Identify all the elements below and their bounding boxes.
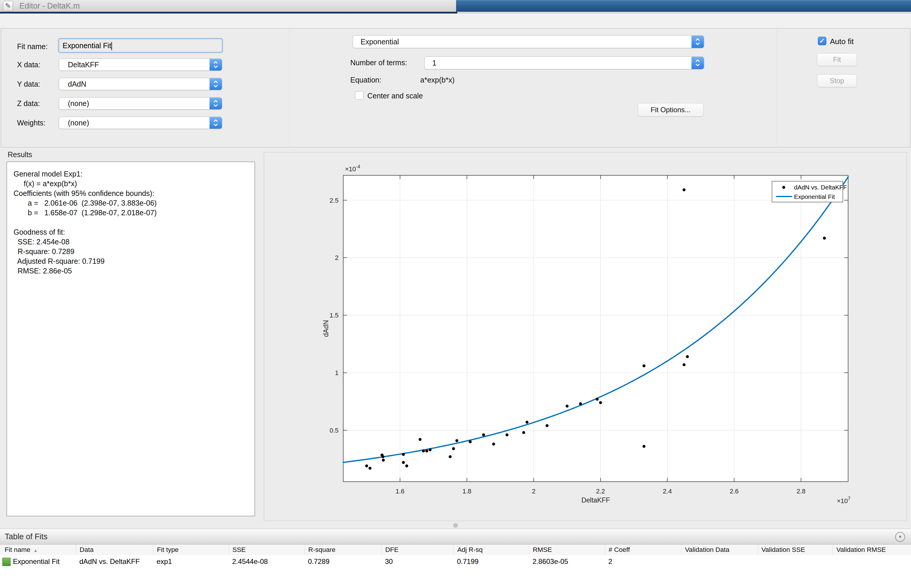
column-header-validation-sse[interactable]: Validation SSE (757, 544, 833, 555)
auto-fit-label: Auto fit (830, 37, 854, 46)
fit-plot: 1.61.822.22.42.62.80.511.522.5×10-4×107D… (266, 154, 905, 520)
column-header-fit-type[interactable]: Fit type (153, 544, 229, 555)
column-header-rmse[interactable]: RMSE (529, 544, 605, 555)
svg-text:2: 2 (335, 254, 338, 262)
table-cell: 2.8603e-05 (532, 555, 568, 568)
column-header-adj-r-sq[interactable]: Adj R-sq (453, 544, 529, 555)
fit-tab-bar: Exponential Fit ✕ + (0, 13, 911, 28)
table-cell: 0.7289 (308, 555, 329, 568)
column-header-fit-name[interactable]: Fit name▲ (1, 544, 76, 555)
svg-text:1.6: 1.6 (396, 488, 405, 495)
fit-name-input[interactable]: Exponential Fit (59, 39, 222, 52)
z-data-label: Z data: (17, 99, 40, 108)
y-data-label: Y data: (17, 80, 40, 89)
fit-options-button[interactable]: Fit Options... (638, 103, 704, 116)
auto-fit-checkbox[interactable] (818, 37, 826, 45)
x-data-dropdown[interactable]: DeltaKFF (59, 58, 222, 71)
column-header-validation-data[interactable]: Validation Data (681, 544, 757, 555)
svg-text:1.8: 1.8 (462, 488, 471, 495)
table-of-fits-title: Table of Fits (5, 529, 48, 544)
pencil-icon: ✎ (3, 1, 13, 11)
results-panel-title: Results (8, 150, 32, 159)
table-row[interactable]: Exponential FitdAdN vs. DeltaKFFexp12.45… (0, 555, 911, 568)
svg-text:2.4: 2.4 (663, 488, 672, 495)
panel-divider (289, 29, 289, 146)
table-of-fits-header: Table of Fits ▼ (0, 529, 911, 544)
fit-type-dropdown[interactable]: Exponential (353, 35, 704, 48)
text-caret (112, 42, 112, 50)
center-and-scale-checkbox[interactable] (355, 91, 364, 100)
svg-text:×10-4: ×10-4 (345, 164, 360, 173)
panel-divider (777, 29, 777, 146)
table-cell: 30 (385, 555, 393, 568)
dropdown-stepper-icon (210, 117, 222, 129)
svg-text:dAdN vs. DeltaKFF: dAdN vs. DeltaKFF (794, 184, 847, 191)
svg-text:2.2: 2.2 (596, 488, 605, 495)
column-header-dfe[interactable]: DFE (382, 544, 453, 555)
svg-text:dAdN: dAdN (322, 320, 330, 337)
svg-text:1: 1 (335, 369, 338, 376)
y-data-dropdown[interactable]: dAdN (59, 78, 222, 90)
results-panel: General model Exp1: f(x) = a*exp(b*x) Co… (6, 162, 255, 516)
table-cell: Exponential Fit (13, 555, 60, 568)
fit-name-value: Exponential Fit (63, 41, 111, 50)
results-text: General model Exp1: f(x) = a*exp(b*x) Co… (13, 169, 157, 276)
fit-name-label: Fit name: (17, 42, 48, 51)
column-header--coeff[interactable]: # Coeff (605, 544, 681, 555)
x-data-label: X data: (17, 60, 40, 69)
z-data-dropdown[interactable]: (none) (59, 97, 222, 110)
svg-text:2.5: 2.5 (329, 197, 338, 204)
weights-label: Weights: (17, 119, 45, 127)
table-empty-area (0, 568, 911, 588)
fit-color-swatch (2, 558, 11, 566)
dropdown-stepper-icon (210, 78, 222, 90)
column-header-sse[interactable]: SSE (229, 544, 304, 555)
table-cell: dAdN vs. DeltaKFF (79, 555, 139, 568)
table-collapse-icon[interactable]: ▼ (895, 532, 905, 542)
weights-dropdown[interactable]: (none) (59, 116, 222, 129)
dropdown-stepper-icon (210, 97, 222, 109)
svg-text:×107: ×107 (837, 496, 851, 505)
center-and-scale-label: Center and scale (367, 92, 423, 100)
number-of-terms-dropdown[interactable]: 1 (424, 57, 704, 69)
dropdown-stepper-icon (210, 59, 222, 71)
fit-plot-panel[interactable]: 1.61.822.22.42.62.80.511.522.5×10-4×107D… (264, 152, 907, 521)
equation-label: Equation: (350, 76, 382, 84)
svg-text:2.6: 2.6 (730, 488, 739, 495)
dropdown-stepper-icon (691, 36, 704, 48)
equation-value: a*exp(b*x) (420, 76, 455, 84)
svg-text:DeltaKFF: DeltaKFF (581, 496, 610, 504)
table-cell: 2 (608, 555, 612, 568)
editor-window-title: Editor - DeltaK.m (19, 0, 80, 12)
svg-text:2.8: 2.8 (796, 488, 806, 495)
svg-text:0.5: 0.5 (329, 427, 338, 434)
column-header-data[interactable]: Data (76, 544, 153, 555)
column-header-r-square[interactable]: R-square (304, 544, 382, 555)
table-cell: exp1 (157, 555, 172, 568)
table-cell: 2.4544e-08 (232, 555, 268, 568)
svg-text:1.5: 1.5 (329, 312, 338, 319)
column-header-validation-rmse[interactable]: Validation RMSE (833, 544, 908, 555)
fit-button[interactable]: Fit (817, 53, 857, 66)
dropdown-stepper-icon (691, 57, 704, 69)
splitter-grip[interactable] (453, 523, 458, 528)
svg-text:Exponential Fit: Exponential Fit (794, 193, 835, 200)
table-cell: 0.7199 (457, 555, 479, 568)
svg-text:2: 2 (532, 488, 536, 495)
number-of-terms-label: Number of terms: (350, 58, 407, 67)
table-column-headers: Fit name▲DataFit typeSSER-squareDFEAdj R… (0, 544, 911, 556)
editor-titlebar[interactable]: ✎ Editor - DeltaK.m (0, 0, 456, 12)
cft-titlebar[interactable]: Curve Fitting Tool ▼ ✕ (456, 0, 911, 12)
stop-button[interactable]: Stop (817, 74, 857, 87)
sort-ascending-icon: ▲ (34, 548, 38, 553)
